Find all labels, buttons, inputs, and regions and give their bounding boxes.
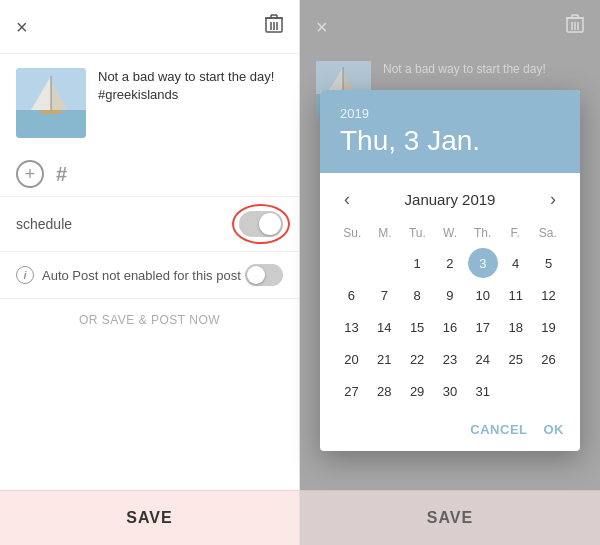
- autopost-toggle[interactable]: [245, 264, 283, 286]
- calendar-day-17[interactable]: 17: [468, 312, 498, 342]
- calendar-day-28[interactable]: 28: [369, 376, 399, 406]
- calendar-days: 1234567891011121314151617181920212223242…: [336, 248, 564, 406]
- autopost-left: i Auto Post not enabled for this post: [16, 266, 241, 284]
- delete-icon[interactable]: [265, 14, 283, 39]
- right-header: ×: [300, 0, 600, 53]
- schedule-label: schedule: [16, 216, 72, 232]
- weekday-f: F.: [499, 222, 532, 244]
- calendar-day-18[interactable]: 18: [501, 312, 531, 342]
- schedule-toggle[interactable]: [239, 211, 283, 237]
- calendar-day-5[interactable]: 5: [534, 248, 564, 278]
- calendar-day-19[interactable]: 19: [534, 312, 564, 342]
- add-button[interactable]: +: [16, 160, 44, 188]
- weekday-m: M.: [369, 222, 402, 244]
- calendar-day-6[interactable]: 6: [336, 280, 366, 310]
- svg-rect-9: [16, 110, 86, 138]
- calendar-day-11[interactable]: 11: [501, 280, 531, 310]
- toggle-thumb: [259, 213, 281, 235]
- cancel-button[interactable]: CANCEL: [470, 422, 527, 437]
- calendar-day-24[interactable]: 24: [468, 344, 498, 374]
- calendar-actions: CANCEL OK: [320, 414, 580, 451]
- prev-month-button[interactable]: ‹: [336, 185, 358, 214]
- calendar-grid: Su. M. Tu. W. Th. F. Sa. 123456789101112…: [320, 222, 580, 414]
- calendar-year: 2019: [340, 106, 560, 121]
- weekday-tu: Tu.: [401, 222, 434, 244]
- info-icon: i: [16, 266, 34, 284]
- schedule-row: schedule: [0, 197, 299, 252]
- calendar-day-26[interactable]: 26: [534, 344, 564, 374]
- calendar-day-8[interactable]: 8: [402, 280, 432, 310]
- autopost-label: Auto Post not enabled for this post: [42, 268, 241, 283]
- weekday-sa: Sa.: [531, 222, 564, 244]
- calendar-day-10[interactable]: 10: [468, 280, 498, 310]
- right-panel: × Not a bad way: [300, 0, 600, 545]
- calendar-day-1[interactable]: 1: [402, 248, 432, 278]
- calendar-day-23[interactable]: 23: [435, 344, 465, 374]
- calendar-day-27[interactable]: 27: [336, 376, 366, 406]
- post-caption: Not a bad way to start the day! #greekis…: [98, 68, 283, 104]
- left-header: ×: [0, 0, 299, 54]
- calendar-day-22[interactable]: 22: [402, 344, 432, 374]
- next-month-button[interactable]: ›: [542, 185, 564, 214]
- calendar-day-4[interactable]: 4: [501, 248, 531, 278]
- weekday-w: W.: [434, 222, 467, 244]
- calendar-weekdays: Su. M. Tu. W. Th. F. Sa.: [336, 222, 564, 244]
- calendar-header: 2019 Thu, 3 Jan.: [320, 90, 580, 173]
- calendar-day-29[interactable]: 29: [402, 376, 432, 406]
- calendar-day-9[interactable]: 9: [435, 280, 465, 310]
- calendar-day-empty: [336, 248, 366, 278]
- tag-row: + #: [0, 152, 299, 197]
- autopost-toggle-thumb: [247, 266, 265, 284]
- calendar-day-13[interactable]: 13: [336, 312, 366, 342]
- calendar-nav: ‹ January 2019 ›: [320, 173, 580, 222]
- weekday-su: Su.: [336, 222, 369, 244]
- right-delete-icon[interactable]: [566, 14, 584, 39]
- calendar-day-25[interactable]: 25: [501, 344, 531, 374]
- or-save-text: OR SAVE & POST NOW: [79, 313, 220, 327]
- post-preview: Not a bad way to start the day! #greekis…: [0, 54, 299, 152]
- calendar-day-3[interactable]: 3: [468, 248, 498, 278]
- right-save-button[interactable]: SAVE: [300, 490, 600, 545]
- close-icon[interactable]: ×: [16, 17, 28, 37]
- calendar-day-15[interactable]: 15: [402, 312, 432, 342]
- calendar-day-empty: [369, 248, 399, 278]
- save-button[interactable]: SAVE: [0, 490, 299, 545]
- calendar-day-2[interactable]: 2: [435, 248, 465, 278]
- right-close-icon[interactable]: ×: [316, 17, 328, 37]
- calendar-date: Thu, 3 Jan.: [340, 125, 560, 157]
- post-image: [16, 68, 86, 138]
- or-save-row: OR SAVE & POST NOW: [0, 299, 299, 341]
- autopost-row: i Auto Post not enabled for this post: [0, 252, 299, 299]
- calendar-day-12[interactable]: 12: [534, 280, 564, 310]
- calendar-day-14[interactable]: 14: [369, 312, 399, 342]
- calendar-day-21[interactable]: 21: [369, 344, 399, 374]
- svg-rect-12: [41, 110, 61, 114]
- hashtag-icon[interactable]: #: [56, 163, 67, 186]
- calendar-day-31[interactable]: 31: [468, 376, 498, 406]
- calendar-day-7[interactable]: 7: [369, 280, 399, 310]
- calendar-dialog: 2019 Thu, 3 Jan. ‹ January 2019 › Su. M.…: [320, 90, 580, 451]
- calendar-day-20[interactable]: 20: [336, 344, 366, 374]
- calendar-day-30[interactable]: 30: [435, 376, 465, 406]
- weekday-th: Th.: [466, 222, 499, 244]
- left-panel: × Not a bad way: [0, 0, 300, 545]
- ok-button[interactable]: OK: [544, 422, 565, 437]
- right-caption: Not a bad way to start the day!: [383, 61, 546, 78]
- calendar-day-16[interactable]: 16: [435, 312, 465, 342]
- calendar-month-title: January 2019: [405, 191, 496, 208]
